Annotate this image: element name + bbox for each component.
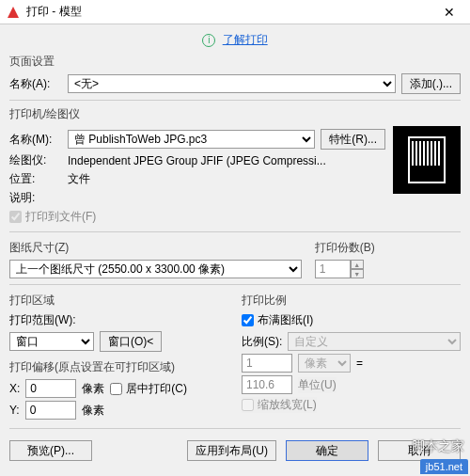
brand-text: 脚本之家 bbox=[412, 438, 464, 455]
scale-lw-checkbox: 缩放线宽(L) bbox=[242, 397, 317, 413]
copies-spinner: ▲ ▼ bbox=[315, 260, 364, 278]
scale-title: 打印比例 bbox=[242, 293, 461, 309]
scale-lw-input bbox=[242, 399, 254, 411]
window-title: 打印 - 模型 bbox=[26, 4, 434, 20]
offset-x-unit: 像素 bbox=[82, 381, 104, 397]
print-to-file-checkbox: 打印到文件(F) bbox=[9, 209, 96, 225]
learn-print-link[interactable]: 了解打印 bbox=[223, 33, 268, 46]
offset-y-unit: 像素 bbox=[82, 403, 104, 419]
ok-button[interactable]: 确定 bbox=[286, 440, 368, 461]
fit-checkbox[interactable]: 布满图纸(I) bbox=[242, 312, 313, 328]
pagesetup-name-label: 名称(A): bbox=[9, 76, 62, 92]
scale-num-input bbox=[242, 354, 292, 373]
range-select[interactable]: 窗口 bbox=[9, 332, 94, 351]
print-to-file-input bbox=[9, 211, 22, 223]
area-title: 打印区域 bbox=[9, 293, 228, 309]
svg-marker-0 bbox=[8, 7, 19, 18]
ratio-label: 比例(S): bbox=[242, 334, 282, 350]
center-input[interactable] bbox=[110, 383, 122, 395]
scale-num-unit: 像素 bbox=[298, 354, 351, 373]
printer-name-select[interactable]: 曾 PublishToWeb JPG.pc3 bbox=[68, 130, 315, 149]
copies-up-button: ▲ bbox=[351, 260, 364, 269]
copies-title: 打印份数(B) bbox=[315, 240, 461, 256]
ratio-select: 自定义 bbox=[288, 332, 461, 351]
offset-y-label: Y: bbox=[9, 404, 20, 417]
printer-name-label: 名称(M): bbox=[9, 132, 62, 148]
pagesetup-name-select[interactable]: <无> bbox=[68, 74, 396, 93]
watermark: jb51.net bbox=[420, 459, 468, 474]
printer-title: 打印机/绘图仪 bbox=[9, 106, 461, 122]
preview-button[interactable]: 预览(P)... bbox=[9, 440, 92, 461]
desc-label: 说明: bbox=[9, 190, 62, 206]
titlebar: 打印 - 模型 ✕ bbox=[0, 0, 470, 24]
offset-x-label: X: bbox=[9, 382, 20, 395]
offset-y-input[interactable] bbox=[25, 401, 76, 420]
paper-size-select[interactable]: 上一个图纸尺寸 (2550.00 x 3300.00 像素) bbox=[9, 260, 302, 278]
scale-den-input bbox=[242, 375, 292, 394]
offset-title: 打印偏移(原点设置在可打印区域) bbox=[9, 359, 228, 375]
offset-x-input[interactable] bbox=[25, 379, 76, 398]
app-logo-icon bbox=[6, 5, 21, 20]
center-checkbox[interactable]: 居中打印(C) bbox=[110, 381, 187, 397]
scale-den-unit: 单位(U) bbox=[298, 377, 337, 393]
paper-preview bbox=[393, 126, 461, 194]
copies-down-button: ▼ bbox=[351, 269, 364, 278]
apply-layout-button[interactable]: 应用到布局(U) bbox=[187, 440, 276, 461]
scale-eq: = bbox=[356, 357, 363, 370]
help-row: i 了解打印 bbox=[9, 30, 461, 52]
pagesetup-add-button[interactable]: 添加(.)... bbox=[401, 73, 461, 94]
copies-input bbox=[315, 260, 351, 278]
close-icon[interactable]: ✕ bbox=[434, 5, 464, 20]
range-label: 打印范围(W): bbox=[9, 312, 228, 328]
window-pick-button[interactable]: 窗口(O)< bbox=[100, 331, 162, 352]
plotter-value: Independent JPEG Group JFIF (JPEG Compre… bbox=[68, 154, 326, 167]
page-setup-title: 页面设置 bbox=[9, 54, 461, 70]
where-value: 文件 bbox=[68, 171, 90, 187]
printer-props-button[interactable]: 特性(R)... bbox=[321, 129, 385, 150]
info-icon: i bbox=[202, 34, 215, 47]
paper-size-title: 图纸尺寸(Z) bbox=[9, 240, 302, 256]
dialog-buttons: 预览(P)... 应用到布局(U) 确定 取消 bbox=[9, 435, 461, 461]
plotter-label: 绘图仪: bbox=[9, 152, 62, 168]
fit-input[interactable] bbox=[242, 314, 254, 326]
where-label: 位置: bbox=[9, 171, 62, 187]
